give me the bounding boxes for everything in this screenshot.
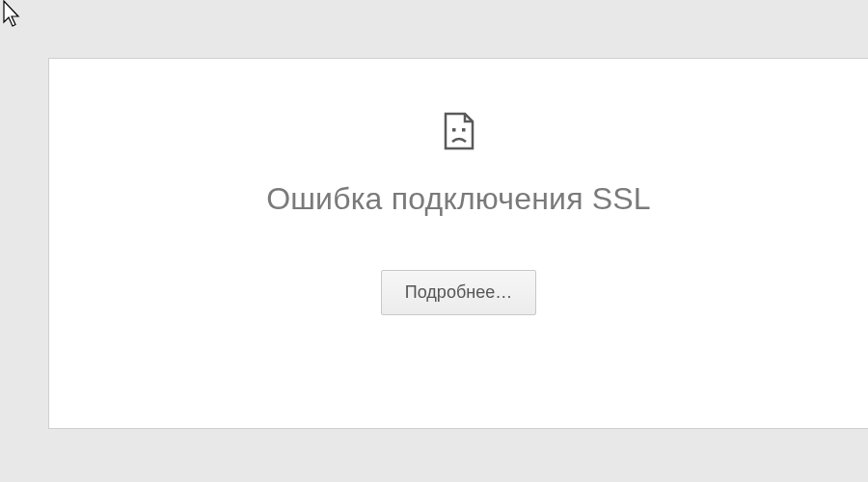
sad-page-icon (442, 112, 476, 154)
error-panel: Ошибка подключения SSL Подробнее… (48, 58, 868, 429)
svg-rect-0 (452, 128, 456, 132)
details-button[interactable]: Подробнее… (381, 270, 536, 315)
svg-rect-1 (462, 128, 466, 132)
error-title: Ошибка подключения SSL (49, 181, 868, 217)
mouse-cursor (2, 0, 23, 33)
